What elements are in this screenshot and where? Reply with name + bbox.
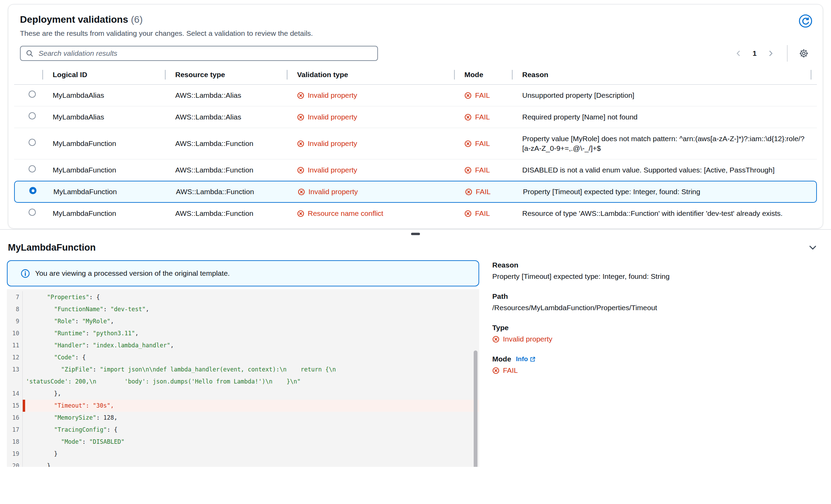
table-row[interactable]: MyLambdaFunctionAWS::Lambda::FunctionInv… (14, 128, 817, 159)
refresh-icon (799, 14, 812, 28)
reason-cell: DISABLED is not a valid enum value. Supp… (522, 165, 817, 175)
banner-text: You are viewing a processed version of t… (35, 269, 230, 277)
search-input[interactable] (38, 49, 372, 58)
mode-label: Mode (492, 355, 511, 363)
validation-type-cell: Invalid property (297, 165, 464, 175)
chevron-right-icon (767, 50, 775, 57)
gear-icon (799, 48, 809, 59)
mode-cell: FAIL (464, 91, 522, 100)
error-icon (298, 188, 305, 196)
validation-type-cell: Invalid property (297, 112, 464, 122)
line-number: 20 (7, 460, 23, 467)
resize-handle[interactable] (411, 233, 420, 235)
row-select-radio[interactable] (29, 209, 36, 216)
collapse-panel-button[interactable] (806, 241, 819, 254)
previous-page-button[interactable] (731, 48, 746, 59)
code-line: 20 } (7, 460, 479, 467)
next-page-button[interactable] (764, 48, 778, 59)
mode-info-link[interactable]: Info (516, 355, 536, 363)
code-line: 16 "MemorySize": 128, (7, 412, 479, 424)
error-icon (492, 367, 499, 374)
validation-type-cell: Resource name conflict (297, 209, 464, 218)
reason-label: Reason (492, 261, 824, 269)
code-line: 9 "Role": "MyRole", (7, 315, 479, 327)
table-row[interactable]: MyLambdaFunctionAWS::Lambda::FunctionInv… (14, 159, 817, 181)
line-number: 13 (7, 364, 23, 376)
mode-cell: FAIL (464, 139, 522, 148)
reason-value: Property [Timeout] expected type: Intege… (492, 272, 824, 281)
column-header-resource-type: Resource type (175, 71, 297, 79)
line-number: 10 (7, 327, 23, 339)
line-number: 19 (7, 448, 23, 460)
reason-cell: Property value [MyRole] does not match p… (522, 134, 817, 153)
line-number: 17 (7, 424, 23, 436)
logical-id-cell: MyLambdaFunction (53, 209, 175, 218)
reason-cell: Required property [Name] not found (522, 112, 817, 122)
chevron-down-icon (808, 242, 818, 253)
row-select-radio[interactable] (29, 139, 36, 146)
current-page-number[interactable]: 1 (748, 49, 761, 57)
external-link-icon (530, 356, 536, 362)
code-line: 8 "FunctionName": "dev-test", (7, 303, 479, 315)
template-code-viewer: 7 "Properties": {8 "FunctionName": "dev-… (7, 289, 479, 467)
error-icon (464, 210, 472, 217)
row-select-radio[interactable] (29, 187, 36, 194)
logical-id-cell: MyLambdaAlias (53, 91, 175, 100)
code-line: 'statusCode': 200,\n 'body': json.dumps(… (7, 376, 479, 388)
toolbar-divider (787, 45, 788, 62)
row-select-radio[interactable] (29, 91, 36, 98)
logical-id-cell: MyLambdaAlias (53, 112, 175, 122)
error-icon (464, 114, 472, 121)
error-icon (464, 167, 472, 174)
line-number: 7 (7, 291, 23, 303)
mode-cell: FAIL (464, 112, 522, 122)
column-header-mode: Mode (464, 71, 522, 79)
validation-type-cell: Invalid property (297, 139, 464, 148)
table-row[interactable]: MyLambdaAliasAWS::Lambda::AliasInvalid p… (14, 85, 817, 106)
error-icon (464, 92, 472, 99)
search-box[interactable] (20, 46, 378, 61)
info-banner: You are viewing a processed version of t… (7, 260, 479, 286)
mode-cell: FAIL (464, 209, 522, 218)
panel-description: These are the results from validating yo… (20, 29, 811, 38)
table-row[interactable]: MyLambdaFunctionAWS::Lambda::FunctionRes… (14, 203, 817, 224)
table-preferences-button[interactable] (797, 47, 811, 60)
line-number: 14 (7, 388, 23, 400)
resource-type-cell: AWS::Lambda::Function (175, 139, 297, 148)
column-header-reason: Reason (522, 71, 817, 79)
line-number (7, 376, 23, 388)
code-line: 18 "Mode": "DISABLED" (7, 436, 479, 448)
resource-type-cell: AWS::Lambda::Function (175, 165, 297, 175)
row-select-radio[interactable] (29, 165, 36, 172)
validation-details: Reason Property [Timeout] expected type:… (492, 260, 824, 386)
validation-type-cell: Invalid property (297, 91, 464, 100)
table-row[interactable]: MyLambdaFunctionAWS::Lambda::FunctionInv… (14, 181, 817, 203)
line-number: 18 (7, 436, 23, 448)
code-scrollbar[interactable] (474, 350, 477, 467)
validation-rows: MyLambdaAliasAWS::Lambda::AliasInvalid p… (14, 85, 817, 224)
error-icon (297, 140, 304, 147)
code-line: 10 "Runtime": "python3.11", (7, 327, 479, 339)
line-number: 8 (7, 303, 23, 315)
resource-type-cell: AWS::Lambda::Function (175, 209, 297, 218)
logical-id-cell: MyLambdaFunction (53, 187, 176, 197)
code-line: 13 "ZipFile": "import json\n\ndef lambda… (7, 364, 479, 376)
error-icon (464, 140, 472, 147)
row-select-radio[interactable] (29, 112, 36, 119)
code-line: 15 "Timeout": "30s", (7, 400, 479, 412)
logical-id-cell: MyLambdaFunction (53, 139, 175, 148)
error-icon (297, 210, 304, 217)
path-label: Path (492, 292, 824, 301)
reason-cell: Property [Timeout] expected type: Intege… (523, 187, 816, 197)
code-line: 14 }, (7, 388, 479, 400)
result-count: (6) (131, 14, 143, 25)
code-line: 11 "Handler": "index.lambda_handler", (7, 339, 479, 351)
resource-type-cell: AWS::Lambda::Function (176, 187, 298, 197)
line-number: 11 (7, 339, 23, 351)
refresh-button[interactable] (799, 14, 812, 28)
detail-panel: MyLambdaFunction You are viewing a proce… (0, 241, 831, 467)
line-number: 12 (7, 351, 23, 364)
table-row[interactable]: MyLambdaAliasAWS::Lambda::AliasInvalid p… (14, 106, 817, 128)
split-panel-divider (0, 229, 831, 240)
error-icon (492, 336, 499, 343)
